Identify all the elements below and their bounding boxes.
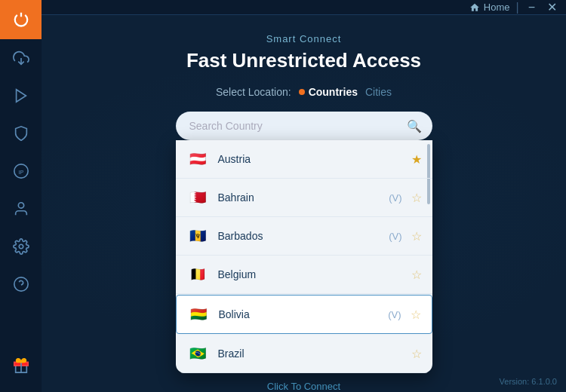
flag-barbados: 🇧🇧 xyxy=(186,225,209,247)
sidebar-item-play[interactable] xyxy=(0,77,42,115)
country-name-bahrain: Bahrain xyxy=(218,191,380,204)
location-selector: Select Location: Countries Cities xyxy=(216,86,392,98)
sidebar-item-profile[interactable] xyxy=(0,190,42,228)
sidebar-item-ip[interactable]: IP xyxy=(0,152,42,190)
country-dropdown: 🇦🇹 Austria ★ 🇧🇭 Bahrain (V) ☆ 🇧🇧 Barbado… xyxy=(176,140,432,373)
sidebar-item-power[interactable] xyxy=(0,0,42,39)
search-container: 🔍 xyxy=(176,112,432,140)
svg-marker-1 xyxy=(16,90,26,103)
main-content: Home | − ✕ Smart Connect Fast Unrestrict… xyxy=(42,0,566,392)
flag-brazil: 🇧🇷 xyxy=(186,342,209,365)
country-name-brazil: Brazil xyxy=(218,348,402,360)
svg-point-6 xyxy=(14,277,27,291)
sidebar-item-shield[interactable] xyxy=(0,115,42,152)
country-name-barbados: Barbados xyxy=(218,230,380,242)
country-item-belgium[interactable]: 🇧🇪 Belgium ☆ xyxy=(176,256,432,294)
sidebar: IP xyxy=(0,0,42,392)
app-subtitle: Smart Connect xyxy=(266,33,342,44)
flag-belgium: 🇧🇪 xyxy=(186,263,209,286)
select-location-label: Select Location: xyxy=(216,86,291,98)
virtual-badge-barbados: (V) xyxy=(389,231,401,242)
country-item-austria[interactable]: 🇦🇹 Austria ★ xyxy=(176,140,432,179)
star-belgium[interactable]: ☆ xyxy=(411,268,422,282)
virtual-badge-bahrain: (V) xyxy=(389,192,401,204)
star-bolivia[interactable]: ☆ xyxy=(411,308,421,322)
tab-cities[interactable]: Cities xyxy=(365,86,392,98)
svg-text:IP: IP xyxy=(18,169,23,176)
star-austria[interactable]: ★ xyxy=(411,152,422,167)
star-barbados[interactable]: ☆ xyxy=(411,229,422,243)
tab-active-dot xyxy=(299,89,305,95)
svg-point-5 xyxy=(19,244,23,249)
svg-point-4 xyxy=(18,203,23,208)
page-title: Fast Unrestricted Access xyxy=(186,49,421,72)
virtual-badge-bolivia: (V) xyxy=(388,309,401,320)
star-brazil[interactable]: ☆ xyxy=(411,347,422,361)
country-name-austria: Austria xyxy=(218,153,402,165)
flag-bahrain: 🇧🇭 xyxy=(186,186,209,209)
search-input[interactable] xyxy=(176,112,432,140)
star-bahrain[interactable]: ☆ xyxy=(411,191,422,205)
tab-countries[interactable]: Countries xyxy=(299,86,358,98)
country-item-barbados[interactable]: 🇧🇧 Barbados (V) ☆ xyxy=(176,217,432,256)
close-button[interactable]: ✕ xyxy=(544,2,560,14)
topbar: Home | − ✕ xyxy=(42,0,566,15)
country-name-bolivia: Bolivia xyxy=(219,308,380,320)
country-item-bahrain[interactable]: 🇧🇭 Bahrain (V) ☆ xyxy=(176,179,432,217)
home-label: Home xyxy=(484,2,510,13)
flag-austria: 🇦🇹 xyxy=(186,148,209,170)
content-area: Smart Connect Fast Unrestricted Access S… xyxy=(42,15,566,392)
search-icon: 🔍 xyxy=(407,119,422,133)
click-to-connect[interactable]: Click To Connect xyxy=(267,381,340,392)
minimize-button[interactable]: − xyxy=(525,2,538,14)
sidebar-item-gift[interactable] xyxy=(0,347,42,384)
country-item-brazil[interactable]: 🇧🇷 Brazil ☆ xyxy=(176,335,432,373)
sidebar-item-help[interactable] xyxy=(0,265,42,303)
country-item-bolivia[interactable]: 🇧🇴 Bolivia (V) ☆ xyxy=(176,295,432,334)
sidebar-item-settings[interactable] xyxy=(0,228,42,265)
topbar-separator: | xyxy=(516,1,519,14)
home-button[interactable]: Home xyxy=(469,2,510,13)
country-name-belgium: Belgium xyxy=(218,268,402,280)
flag-bolivia: 🇧🇴 xyxy=(187,303,210,326)
sidebar-item-download[interactable] xyxy=(0,39,42,77)
